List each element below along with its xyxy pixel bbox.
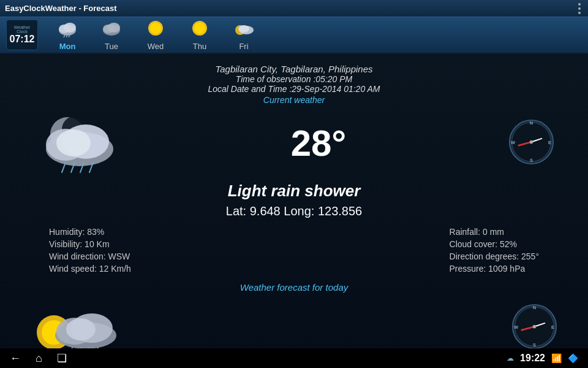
svg-text:S: S — [533, 342, 536, 348]
svg-text:N: N — [533, 305, 536, 310]
compass-widget-bottom: N S W E — [511, 304, 557, 352]
title-bar: EasyClockWeather - Forecast — [0, 0, 588, 17]
svg-text:E: E — [548, 140, 551, 145]
dot1 — [578, 3, 581, 6]
cloud-status-icon: ☁ — [507, 354, 514, 362]
svg-point-2 — [64, 23, 76, 33]
window-button[interactable]: ❏ — [57, 351, 67, 365]
condition-label: Light rain shower — [12, 182, 576, 201]
day-icon-fri — [233, 19, 255, 40]
status-time: 19:22 — [520, 353, 545, 364]
main-content: Tagbilaran City, Tagbilaran, Philippines… — [0, 54, 588, 348]
svg-point-53 — [533, 324, 537, 328]
day-label-wed: Wed — [148, 42, 164, 51]
dot2 — [578, 7, 581, 10]
svg-point-10 — [150, 23, 161, 34]
forecast-row: N S W E — [12, 299, 576, 356]
observation-time: Time of observation :05:20 PM — [12, 74, 576, 84]
day-item-tue[interactable]: Tue — [100, 19, 123, 51]
city-label: Tagbilaran City, Tagbilaran, Philippines — [12, 64, 576, 74]
direction-degrees-label: Direction degrees: 255° — [450, 251, 539, 261]
day-icon-thu — [189, 19, 211, 40]
svg-point-12 — [194, 23, 205, 34]
status-right: ☁ 19:22 📶 🔷 — [507, 353, 578, 364]
clock-logo: WeatherClock — [14, 25, 30, 34]
home-button[interactable]: ⌂ — [36, 352, 42, 365]
back-button[interactable]: ← — [10, 352, 21, 365]
svg-point-21 — [56, 129, 91, 156]
day-item-wed[interactable]: Wed — [145, 19, 167, 51]
location-info: Tagbilaran City, Tagbilaran, Philippines… — [12, 64, 576, 105]
svg-point-15 — [238, 25, 249, 33]
current-weather-label: Current weather — [12, 95, 576, 105]
weather-nav-bar: WeatherClock 07:12 Mon Tue — [0, 17, 588, 54]
day-label-fri: Fri — [239, 42, 248, 51]
visibility-label: Visibility: 10 Km — [49, 239, 131, 249]
wifi-icon: 📶 — [551, 353, 562, 363]
cloud-cover-label: Cloud cover: 52% — [450, 239, 539, 249]
svg-point-34 — [530, 140, 533, 144]
forecast-label: Weather forecast for today — [12, 282, 576, 293]
wind-speed-label: Wind speed: 12 Km/h — [49, 264, 131, 274]
local-datetime: Local Date and Time :29-Sep-2014 01:20 A… — [12, 84, 576, 94]
day-icon-mon — [56, 19, 78, 40]
svg-line-3 — [64, 35, 65, 37]
weather-main-row: 28° N S W E — [12, 111, 576, 175]
status-left: ← ⌂ ❏ — [10, 351, 67, 365]
clock-widget: WeatherClock 07:12 — [6, 20, 38, 50]
rainfall-label: Rainfall: 0 mm — [450, 227, 539, 237]
wind-direction-label: Wind direction: WSW — [49, 251, 131, 261]
svg-text:E: E — [551, 324, 554, 330]
weather-icon-large — [31, 111, 129, 175]
details-right: Rainfall: 0 mm Cloud cover: 52% Directio… — [450, 227, 539, 274]
svg-text:N: N — [530, 120, 533, 126]
dot3 — [578, 12, 581, 14]
details-left: Humidity: 83% Visibility: 10 Km Wind dir… — [49, 227, 131, 274]
day-item-fri[interactable]: Fri — [233, 19, 255, 51]
details-row: Humidity: 83% Visibility: 10 Km Wind dir… — [12, 227, 576, 274]
compass-widget: N S W E — [508, 119, 557, 168]
svg-text:W: W — [511, 140, 516, 145]
day-label-mon: Mon — [59, 42, 76, 51]
svg-point-8 — [108, 23, 120, 33]
svg-text:W: W — [514, 324, 519, 330]
app-title: EasyClockWeather - Forecast — [5, 4, 117, 13]
day-label-tue: Tue — [105, 42, 118, 51]
day-item-thu[interactable]: Thu — [189, 19, 211, 51]
clock-time: 07:12 — [10, 34, 35, 45]
day-label-thu: Thu — [193, 42, 206, 51]
forecast-icon-large — [31, 299, 126, 356]
bluetooth-icon: 🔷 — [568, 353, 578, 363]
temperature-display: 28° — [291, 122, 347, 164]
day-icon-wed — [145, 19, 167, 40]
latlong-label: Lat: 9.648 Long: 123.856 — [12, 204, 576, 218]
svg-text:S: S — [530, 158, 533, 163]
svg-point-40 — [66, 318, 96, 340]
status-bar: ← ⌂ ❏ ☁ 19:22 📶 🔷 — [0, 348, 588, 368]
menu-dots-button[interactable] — [576, 1, 583, 17]
day-icon-tue — [100, 19, 123, 40]
day-item-mon[interactable]: Mon — [56, 19, 78, 51]
pressure-label: Pressure: 1009 hPa — [450, 264, 539, 274]
humidity-label: Humidity: 83% — [49, 227, 131, 237]
